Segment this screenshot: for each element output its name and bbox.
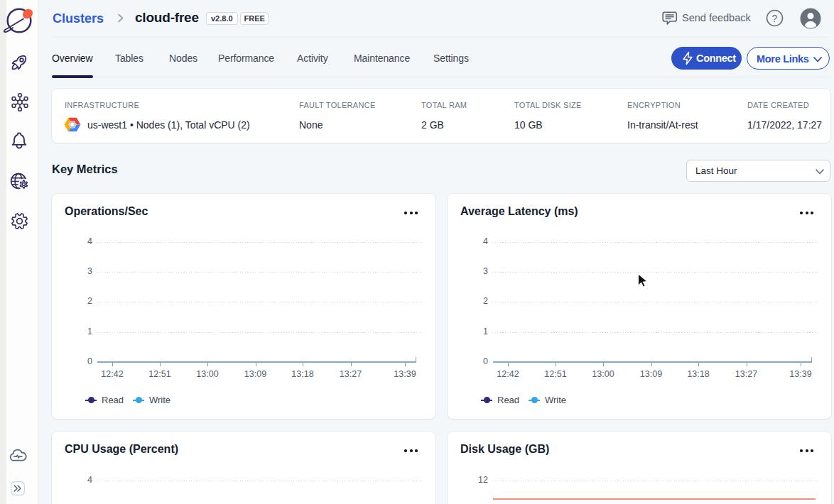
svg-text:?: ? (772, 13, 778, 24)
